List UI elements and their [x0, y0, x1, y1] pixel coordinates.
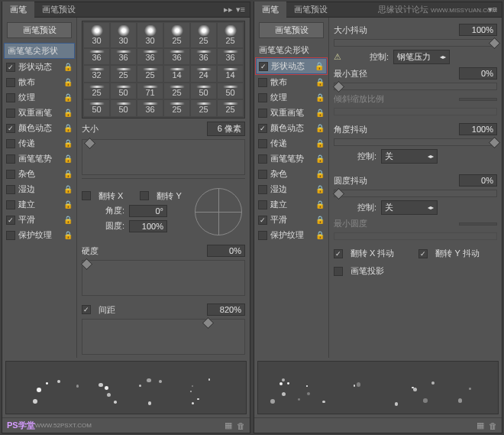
brush-tip-cell[interactable]: 36: [137, 49, 163, 65]
brush-tip-cell[interactable]: 50: [84, 100, 109, 116]
sidebar-item[interactable]: 杂色🔒: [4, 167, 75, 181]
lock-icon[interactable]: 🔒: [63, 139, 73, 148]
brush-tip-cell[interactable]: 50: [191, 83, 216, 99]
sidebar-item[interactable]: 颜色动态🔒: [256, 121, 327, 135]
checkbox[interactable]: [258, 109, 267, 118]
trash-icon[interactable]: 🗑: [237, 421, 245, 430]
brush-tip-cell[interactable]: 25: [111, 66, 136, 82]
brush-tip-cell[interactable]: 36: [111, 49, 136, 65]
hardness-slider[interactable]: [82, 260, 245, 296]
brush-tip-cell[interactable]: 14: [164, 66, 189, 82]
sidebar-item[interactable]: 平滑🔒: [4, 213, 75, 227]
sidebar-item[interactable]: 颜色动态🔒: [4, 121, 75, 135]
size-slider[interactable]: [82, 139, 245, 175]
lock-icon[interactable]: 🔒: [315, 62, 324, 71]
control1-dropdown[interactable]: 钢笔压力◂▸: [393, 50, 450, 64]
checkbox[interactable]: [258, 139, 267, 148]
size-jitter-input[interactable]: 100%: [459, 24, 497, 36]
sidebar-item[interactable]: 画笔笔势🔒: [4, 151, 75, 166]
flip-y-checkbox[interactable]: [140, 191, 149, 200]
sidebar-item[interactable]: 保护纹理🔒: [256, 228, 327, 242]
brush-tip-cell[interactable]: 25: [218, 23, 243, 47]
spacing-input[interactable]: 820%: [207, 304, 245, 316]
lock-icon[interactable]: 🔒: [63, 78, 73, 87]
sidebar-item[interactable]: 传递🔒: [4, 136, 75, 151]
brush-tip-cell[interactable]: 25: [137, 66, 163, 82]
lock-icon[interactable]: 🔒: [315, 109, 325, 118]
lock-icon[interactable]: 🔒: [315, 78, 325, 87]
new-brush-icon[interactable]: ▦: [225, 420, 232, 430]
checkbox[interactable]: [258, 200, 267, 209]
sidebar-item[interactable]: 纹理🔒: [256, 90, 327, 105]
lock-icon[interactable]: 🔒: [63, 200, 73, 209]
lock-icon[interactable]: 🔒: [63, 63, 73, 72]
tab-preset[interactable]: 画笔预设: [34, 2, 83, 18]
checkbox[interactable]: [6, 231, 15, 240]
checkbox[interactable]: [6, 154, 15, 164]
brush-tip-cell[interactable]: 25: [164, 23, 189, 47]
brush-tip-cell[interactable]: 25: [164, 83, 189, 99]
lock-icon[interactable]: 🔒: [63, 154, 73, 164]
control3-dropdown[interactable]: 关◂▸: [381, 200, 438, 215]
lock-icon[interactable]: 🔒: [315, 216, 325, 225]
tab-brush[interactable]: 画笔: [254, 2, 286, 18]
lock-icon[interactable]: 🔒: [63, 231, 73, 240]
checkbox[interactable]: [6, 109, 15, 118]
lock-icon[interactable]: 🔒: [315, 139, 325, 148]
sidebar-item[interactable]: 传递🔒: [256, 136, 327, 151]
brush-tip-cell[interactable]: 14: [218, 66, 243, 82]
checkbox[interactable]: [258, 78, 267, 87]
lock-icon[interactable]: 🔒: [315, 200, 325, 209]
lock-icon[interactable]: 🔒: [63, 185, 73, 194]
sidebar-item[interactable]: 建立🔒: [256, 197, 327, 212]
panel-menu[interactable]: ▸▸▾≡: [219, 5, 250, 15]
checkbox[interactable]: [258, 185, 267, 194]
sidebar-item[interactable]: 形状动态🔒: [256, 58, 327, 74]
checkbox[interactable]: [259, 62, 268, 71]
checkbox[interactable]: [6, 200, 15, 209]
checkbox[interactable]: [6, 139, 15, 148]
checkbox[interactable]: [6, 216, 15, 225]
roundness-input[interactable]: 100%: [129, 220, 167, 232]
brush-tip-cell[interactable]: 25: [164, 100, 189, 116]
lock-icon[interactable]: 🔒: [63, 216, 73, 225]
flipx-jitter-checkbox[interactable]: [334, 249, 343, 258]
checkbox[interactable]: [6, 78, 15, 87]
checkbox[interactable]: [258, 231, 267, 240]
brush-tip-cell[interactable]: 32: [84, 66, 109, 82]
angle-control[interactable]: [195, 188, 242, 235]
brush-tip-cell[interactable]: 71: [137, 83, 163, 99]
brush-proj-checkbox[interactable]: [334, 267, 343, 276]
sidebar-item[interactable]: 湿边🔒: [256, 182, 327, 196]
checkbox[interactable]: [258, 124, 267, 133]
brush-tip-cell[interactable]: 30: [111, 23, 136, 47]
preset-button[interactable]: 画笔预设: [259, 22, 324, 38]
sidebar-item[interactable]: 杂色🔒: [256, 167, 327, 181]
brush-tip-cell[interactable]: 30: [84, 23, 109, 47]
angle-input[interactable]: 0°: [129, 205, 167, 217]
spacing-checkbox[interactable]: [82, 305, 91, 314]
sidebar-item[interactable]: 画笔笔尖形状: [4, 43, 75, 59]
checkbox[interactable]: [258, 170, 267, 179]
lock-icon[interactable]: 🔒: [63, 170, 73, 179]
control2-dropdown[interactable]: 关◂▸: [381, 149, 438, 164]
new-brush-icon[interactable]: ▦: [477, 420, 484, 430]
checkbox[interactable]: [6, 93, 15, 102]
brush-tip-grid[interactable]: 3030302525253636363636363225251424142550…: [82, 21, 245, 118]
sidebar-item[interactable]: 画笔笔势🔒: [256, 151, 327, 166]
brush-tip-cell[interactable]: 36: [137, 100, 163, 116]
trash-icon[interactable]: 🗑: [489, 421, 497, 430]
brush-tip-cell[interactable]: 36: [164, 49, 189, 65]
min-diam-slider[interactable]: [334, 83, 497, 90]
sidebar-item[interactable]: 建立🔒: [4, 197, 75, 212]
angle-jitter-slider[interactable]: [334, 138, 497, 146]
lock-icon[interactable]: 🔒: [63, 124, 73, 133]
brush-tip-cell[interactable]: 25: [218, 100, 243, 116]
sidebar-item[interactable]: 纹理🔒: [4, 90, 75, 105]
lock-icon[interactable]: 🔒: [315, 185, 325, 194]
lock-icon[interactable]: 🔒: [315, 124, 325, 133]
brush-tip-cell[interactable]: 25: [191, 23, 216, 47]
sidebar-item[interactable]: 散布🔒: [256, 75, 327, 89]
preset-button[interactable]: 画笔预设: [7, 22, 72, 38]
lock-icon[interactable]: 🔒: [63, 109, 73, 118]
